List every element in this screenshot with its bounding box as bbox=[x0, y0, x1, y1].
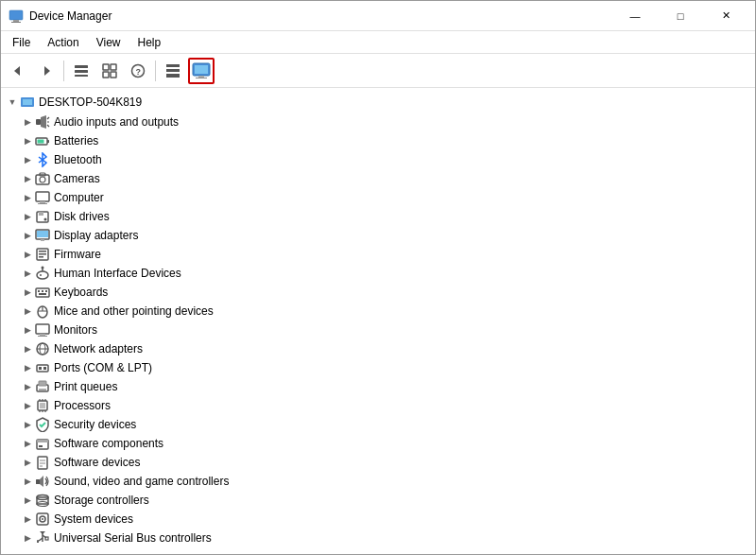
tree-item[interactable]: ▶Monitors bbox=[1, 321, 755, 339]
minimize-button[interactable]: — bbox=[613, 1, 657, 31]
close-button[interactable]: ✕ bbox=[704, 1, 747, 31]
svg-point-96 bbox=[42, 518, 43, 520]
mouse-icon bbox=[35, 304, 50, 319]
monitor-view-button[interactable] bbox=[188, 58, 215, 84]
svg-rect-70 bbox=[43, 367, 46, 370]
menu-help[interactable]: Help bbox=[130, 34, 169, 51]
tree-item[interactable]: ▶Keyboards bbox=[1, 283, 755, 302]
maximize-button[interactable]: □ bbox=[659, 1, 702, 31]
svg-rect-41 bbox=[39, 212, 43, 216]
svg-rect-2 bbox=[11, 22, 21, 23]
menu-action[interactable]: Action bbox=[40, 34, 86, 51]
svg-rect-58 bbox=[39, 293, 46, 295]
tree-arrow: ▶ bbox=[20, 304, 35, 319]
svg-rect-49 bbox=[39, 256, 43, 258]
tree-item-label: Bluetooth bbox=[54, 153, 102, 166]
tree-items: ▶Audio inputs and outputs▶Batteries▶Blue… bbox=[1, 113, 755, 547]
audio-icon bbox=[35, 114, 50, 130]
tree-arrow: ▶ bbox=[20, 455, 35, 470]
svg-rect-37 bbox=[36, 192, 49, 201]
tree-arrow: ▶ bbox=[20, 398, 35, 413]
view2-button[interactable] bbox=[96, 58, 123, 84]
tree-item[interactable]: ▶Display adapters bbox=[1, 226, 755, 245]
hid-icon bbox=[35, 266, 50, 281]
view1-button[interactable] bbox=[68, 58, 94, 84]
system-icon bbox=[35, 512, 50, 527]
tree-item[interactable]: ▶Network adapters bbox=[1, 339, 755, 358]
tree-item[interactable]: ▶Human Interface Devices bbox=[1, 264, 755, 283]
tree-item[interactable]: ▶Ports (COM & LPT) bbox=[1, 358, 755, 377]
svg-rect-15 bbox=[166, 69, 180, 72]
help-button[interactable]: ? bbox=[125, 58, 151, 84]
ports-icon bbox=[35, 360, 50, 375]
svg-rect-55 bbox=[38, 290, 40, 292]
processor-icon bbox=[35, 398, 50, 413]
device-tree[interactable]: ▼ DESKTOP-504K819 ▶Audio inputs and outp… bbox=[1, 88, 755, 554]
root-node[interactable]: ▼ DESKTOP-504K819 bbox=[1, 92, 755, 113]
window-title: Device Manager bbox=[29, 9, 112, 23]
svg-rect-7 bbox=[75, 75, 88, 77]
svg-rect-92 bbox=[37, 497, 48, 504]
resource-view-button[interactable] bbox=[160, 58, 186, 84]
tree-item[interactable]: ▶System devices bbox=[1, 510, 755, 529]
tree-item[interactable]: ▶Security devices bbox=[1, 415, 755, 434]
tree-item-label: Monitors bbox=[54, 323, 97, 337]
svg-rect-30 bbox=[38, 140, 44, 144]
tree-item[interactable]: ▶Software devices bbox=[1, 453, 755, 472]
tree-item-label: Keyboards bbox=[54, 286, 108, 299]
tree-item[interactable]: ▶Print queues bbox=[1, 377, 755, 396]
svg-rect-19 bbox=[198, 76, 204, 78]
svg-marker-4 bbox=[44, 66, 50, 76]
tree-item-label: Processors bbox=[54, 399, 111, 412]
svg-rect-84 bbox=[39, 445, 43, 447]
tree-arrow: ▶ bbox=[20, 247, 35, 262]
menu-view[interactable]: View bbox=[89, 34, 129, 51]
svg-rect-22 bbox=[23, 99, 32, 105]
tree-arrow: ▶ bbox=[20, 114, 35, 130]
tree-item-label: Batteries bbox=[54, 134, 98, 147]
svg-rect-63 bbox=[40, 334, 45, 336]
svg-line-25 bbox=[47, 117, 49, 119]
tree-item[interactable]: ▶Software components bbox=[1, 434, 755, 453]
tree-item[interactable]: ▶Processors bbox=[1, 396, 755, 415]
tree-item[interactable]: ▶Universal Serial Bus controllers bbox=[1, 529, 755, 547]
svg-point-50 bbox=[37, 271, 48, 279]
window-controls: — □ ✕ bbox=[613, 1, 747, 31]
svg-rect-62 bbox=[36, 324, 49, 334]
svg-rect-20 bbox=[196, 78, 207, 78]
root-icon bbox=[20, 95, 35, 110]
tree-arrow: ▶ bbox=[20, 512, 35, 527]
forward-button[interactable] bbox=[33, 58, 60, 84]
battery-icon bbox=[35, 133, 50, 148]
tree-item[interactable]: ▶Mice and other pointing devices bbox=[1, 302, 755, 321]
root-label: DESKTOP-504K819 bbox=[39, 95, 142, 109]
tree-item-label: Security devices bbox=[54, 418, 136, 431]
tree-item[interactable]: ▶Computer bbox=[1, 188, 755, 207]
svg-rect-38 bbox=[40, 201, 45, 203]
tree-item[interactable]: ▶Sound, video and game controllers bbox=[1, 472, 755, 491]
tree-item-label: Software components bbox=[54, 437, 163, 450]
svg-marker-98 bbox=[40, 531, 45, 534]
tree-item[interactable]: ▶Disk drives bbox=[1, 207, 755, 226]
app-icon bbox=[9, 9, 24, 24]
svg-rect-14 bbox=[166, 64, 180, 67]
tree-item[interactable]: ▶Firmware bbox=[1, 245, 755, 264]
svg-point-53 bbox=[40, 274, 42, 276]
svg-rect-1 bbox=[13, 20, 19, 22]
tree-item-label: Firmware bbox=[54, 248, 101, 261]
tree-item[interactable]: ▶Cameras bbox=[1, 169, 755, 188]
tree-arrow: ▶ bbox=[20, 417, 35, 432]
tree-arrow: ▶ bbox=[20, 379, 35, 394]
svg-rect-39 bbox=[38, 203, 47, 204]
back-button[interactable] bbox=[5, 58, 31, 84]
tree-item[interactable]: ▶Storage controllers bbox=[1, 491, 755, 510]
tree-item[interactable]: ▶Batteries bbox=[1, 131, 755, 150]
svg-rect-72 bbox=[39, 381, 46, 386]
monitor-icon bbox=[35, 322, 50, 338]
menu-file[interactable]: File bbox=[5, 34, 38, 51]
software-dev-icon bbox=[35, 455, 50, 470]
svg-rect-8 bbox=[103, 64, 109, 70]
tree-item[interactable]: ▶Audio inputs and outputs bbox=[1, 113, 755, 131]
tree-arrow: ▶ bbox=[20, 474, 35, 489]
tree-item[interactable]: ▶Bluetooth bbox=[1, 150, 755, 169]
